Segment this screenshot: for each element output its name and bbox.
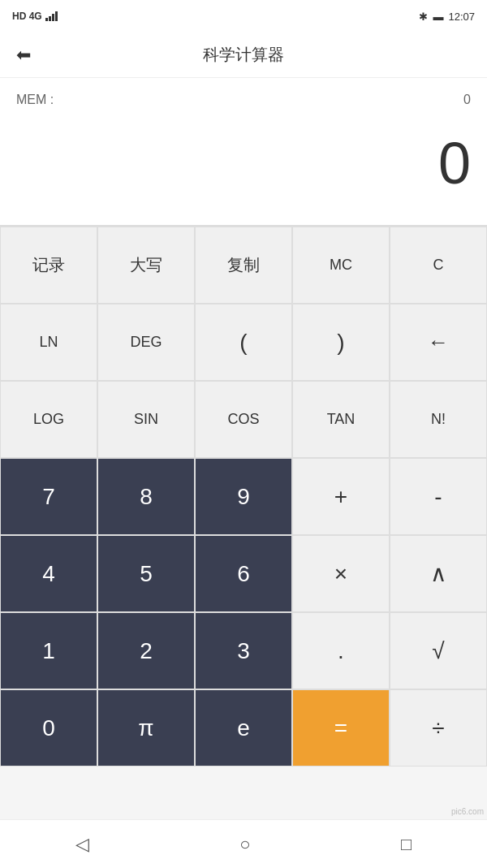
btn-minus[interactable]: -: [390, 458, 487, 535]
btn-plus[interactable]: +: [292, 458, 390, 535]
btn-deg[interactable]: DEG: [97, 304, 195, 381]
status-left: HD 4G: [12, 11, 58, 22]
watermark: pic6.com: [448, 805, 487, 818]
btn-uppercase[interactable]: 大写: [97, 227, 195, 304]
main-display: 0: [16, 114, 471, 209]
btn-divide[interactable]: ÷: [390, 689, 487, 767]
back-button[interactable]: ⬅: [16, 45, 31, 66]
btn-record[interactable]: 记录: [0, 227, 97, 304]
row-3: LOG SIN COS TAN N!: [0, 381, 487, 458]
signal-icon: [45, 11, 58, 21]
btn-dot[interactable]: .: [292, 612, 390, 689]
btn-2[interactable]: 2: [97, 612, 195, 689]
title-bar: ⬅ 科学计算器: [0, 32, 487, 78]
btn-equals[interactable]: =: [292, 689, 390, 767]
btn-1[interactable]: 1: [0, 612, 97, 689]
calculator-grid: 记录 大写 复制 MC C LN DEG ( ) ← LOG SIN COS T…: [0, 225, 487, 767]
btn-copy[interactable]: 复制: [195, 227, 292, 304]
row-7: 0 π e = ÷: [0, 689, 487, 767]
btn-ln[interactable]: LN: [0, 304, 97, 381]
btn-mc[interactable]: MC: [292, 227, 390, 304]
btn-8[interactable]: 8: [97, 458, 195, 535]
btn-open-paren[interactable]: (: [195, 304, 292, 381]
btn-e[interactable]: e: [195, 689, 292, 767]
main-value: 0: [438, 130, 471, 196]
display-area: MEM : 0 0: [0, 78, 487, 225]
btn-sin[interactable]: SIN: [97, 381, 195, 458]
hd-label: HD 4G: [12, 11, 42, 22]
nav-recent-button[interactable]: □: [401, 834, 412, 855]
row-6: 1 2 3 . √: [0, 612, 487, 689]
row-4: 7 8 9 + -: [0, 458, 487, 535]
btn-7[interactable]: 7: [0, 458, 97, 535]
btn-multiply[interactable]: ×: [292, 535, 390, 612]
btn-cos[interactable]: COS: [195, 381, 292, 458]
btn-6[interactable]: 6: [195, 535, 292, 612]
mem-row: MEM : 0: [16, 86, 471, 114]
btn-backspace[interactable]: ←: [390, 304, 487, 381]
page-title: 科学计算器: [203, 44, 284, 66]
btn-pi[interactable]: π: [97, 689, 195, 767]
status-right: ✱ ▬ 12:07: [419, 11, 475, 23]
btn-power[interactable]: ∧: [390, 535, 487, 612]
btn-tan[interactable]: TAN: [292, 381, 390, 458]
row-5: 4 5 6 × ∧: [0, 535, 487, 612]
btn-clear[interactable]: C: [390, 227, 487, 304]
btn-sqrt[interactable]: √: [390, 612, 487, 689]
mem-value: 0: [463, 93, 471, 107]
nav-back-button[interactable]: ◁: [75, 834, 89, 855]
btn-4[interactable]: 4: [0, 535, 97, 612]
btn-3[interactable]: 3: [195, 612, 292, 689]
btn-close-paren[interactable]: ): [292, 304, 390, 381]
btn-9[interactable]: 9: [195, 458, 292, 535]
nav-bar: ◁ ○ □: [0, 819, 487, 868]
battery-icon: ▬: [433, 11, 443, 23]
nav-home-button[interactable]: ○: [239, 834, 250, 855]
btn-5[interactable]: 5: [97, 535, 195, 612]
time-label: 12:07: [448, 11, 475, 23]
btn-0[interactable]: 0: [0, 689, 97, 767]
btn-log[interactable]: LOG: [0, 381, 97, 458]
btn-factorial[interactable]: N!: [390, 381, 487, 458]
row-1: 记录 大写 复制 MC C: [0, 227, 487, 304]
row-2: LN DEG ( ) ←: [0, 304, 487, 381]
status-bar: HD 4G ✱ ▬ 12:07: [0, 0, 487, 32]
bluetooth-icon: ✱: [419, 11, 428, 23]
mem-label: MEM :: [16, 93, 54, 107]
